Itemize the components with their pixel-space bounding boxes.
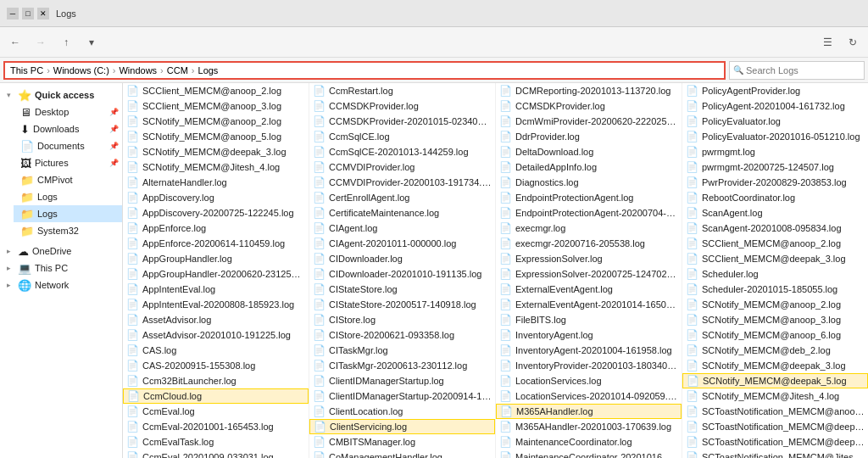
file-item[interactable]: 📄CIStateStore-20200517-140918.log xyxy=(309,297,495,312)
file-item[interactable]: 📄ScanAgent.log xyxy=(682,205,868,221)
sidebar-this-pc[interactable]: ▸ 💻 This PC xyxy=(0,260,122,276)
file-item[interactable]: 📄CcmEval-20201001-165453.log xyxy=(123,419,309,434)
file-item[interactable]: 📄SCNotify_MEMCM@anoop_5.log xyxy=(123,129,309,144)
file-item[interactable]: 📄FileBITS.log xyxy=(496,312,682,327)
file-item[interactable]: 📄AppGroupHandler-20200620-231255.log xyxy=(123,266,309,282)
file-item[interactable]: 📄CcmCloud.log xyxy=(123,388,309,404)
file-item[interactable]: 📄ClientIDManagerStartup.log xyxy=(309,373,495,388)
back-button[interactable]: ← xyxy=(3,31,27,54)
address-segment-logs[interactable]: Logs xyxy=(198,65,219,75)
file-item[interactable]: 📄ClientServicing.log xyxy=(309,419,495,434)
file-item[interactable]: 📄M365AHandler-20201003-170639.log xyxy=(496,419,682,434)
file-item[interactable]: 📄CIStore.log xyxy=(309,312,495,327)
file-item[interactable]: 📄execmgr.log xyxy=(496,221,682,236)
file-item[interactable]: 📄AlternateHandler.log xyxy=(123,175,309,190)
file-item[interactable]: 📄PolicyEvaluator-20201016-051210.log xyxy=(682,129,868,144)
file-item[interactable]: 📄SCClient_MEMCM@deepak_3.log xyxy=(682,251,868,266)
file-item[interactable]: 📄SCToastNotification_MEMCM@deepak_5.log xyxy=(682,434,868,450)
file-item[interactable]: 📄InventoryAgent-20201004-161958.log xyxy=(496,343,682,358)
file-item[interactable]: 📄CoManagementHandler.log xyxy=(309,450,495,458)
file-item[interactable]: 📄DeltaDownload.log xyxy=(496,144,682,159)
file-item[interactable]: 📄SCClient_MEMCM@anoop_3.log xyxy=(123,98,309,114)
sidebar-item-pictures[interactable]: 🖼 Pictures 📌 xyxy=(14,154,122,171)
file-item[interactable]: 📄CCMVDIProvider-20200103-191734.log xyxy=(309,175,495,190)
file-item[interactable]: 📄ExpressionSolver.log xyxy=(496,251,682,266)
file-list-scroll[interactable]: 📄SCClient_MEMCM@anoop_2.log📄SCClient_MEM… xyxy=(123,83,868,458)
sidebar-onedrive[interactable]: ▸ ☁ OneDrive xyxy=(0,243,122,260)
sidebar-item-logs2[interactable]: 📁 Logs xyxy=(14,205,122,222)
file-item[interactable]: 📄PwrProvider-20200829-203853.log xyxy=(682,175,868,190)
file-item[interactable]: 📄ClientIDManagerStartup-20200914-101506.… xyxy=(309,388,495,404)
sidebar-item-downloads[interactable]: ⬇ Downloads 📌 xyxy=(14,120,122,137)
file-item[interactable]: 📄AssetAdvisor.log xyxy=(123,312,309,327)
sidebar-item-documents[interactable]: 📄 Documents 📌 xyxy=(14,137,122,154)
file-item[interactable]: 📄CAS.log xyxy=(123,343,309,358)
file-item[interactable]: 📄CcmEval.log xyxy=(123,404,309,419)
file-item[interactable]: 📄CCMSDKProvider.log xyxy=(496,98,682,114)
refresh-button[interactable]: ↻ xyxy=(841,31,865,54)
file-item[interactable]: 📄CcmSqlCE-20201013-144259.log xyxy=(309,144,495,159)
file-item[interactable]: 📄execmgr-20200716-205538.log xyxy=(496,236,682,251)
file-item[interactable]: 📄CITaskMgr-20200613-230112.log xyxy=(309,358,495,373)
file-item[interactable]: 📄CIDownloader.log xyxy=(309,251,495,266)
file-item[interactable]: 📄ClientLocation.log xyxy=(309,404,495,419)
file-item[interactable]: 📄EndpointProtectionAgent.log xyxy=(496,190,682,205)
file-item[interactable]: 📄AppEnforce-20200614-110459.log xyxy=(123,236,309,251)
file-item[interactable]: 📄CertEnrollAgent.log xyxy=(309,190,495,205)
search-input[interactable] xyxy=(746,65,860,75)
file-item[interactable]: 📄CcmSqlCE.log xyxy=(309,129,495,144)
file-item[interactable]: 📄SCToastNotification_MEMCM@anoop_2.log xyxy=(682,404,868,419)
file-item[interactable]: 📄PolicyAgent-20201004-161732.log xyxy=(682,98,868,114)
file-item[interactable]: 📄AppIntentEval-20200808-185923.log xyxy=(123,297,309,312)
address-segment-c[interactable]: Windows (C:) xyxy=(53,65,109,75)
file-item[interactable]: 📄pwrmgmt.log xyxy=(682,144,868,159)
file-item[interactable]: 📄CIDownloader-20201010-191135.log xyxy=(309,266,495,282)
file-item[interactable]: 📄DetailedAppInfo.log xyxy=(496,159,682,175)
file-item[interactable]: 📄CITaskMgr.log xyxy=(309,343,495,358)
file-item[interactable]: 📄SCNotify_MEMCM@deepak_5.log xyxy=(682,373,868,388)
file-item[interactable]: 📄LocationServices-20201014-092059.log xyxy=(496,388,682,404)
file-item[interactable]: 📄AppIntentEval.log xyxy=(123,282,309,297)
file-item[interactable]: 📄ExternalEventAgent.log xyxy=(496,282,682,297)
recent-button[interactable]: ▾ xyxy=(80,31,103,54)
file-item[interactable]: 📄CcmRestart.log xyxy=(309,83,495,98)
file-item[interactable]: 📄PolicyAgentProvider.log xyxy=(682,83,868,98)
minimize-button[interactable]: ─ xyxy=(7,8,19,20)
file-item[interactable]: 📄MaintenanceCoordinator-20201016-061254.… xyxy=(496,450,682,458)
sidebar-item-cmpivot[interactable]: 📁 CMPivot xyxy=(14,171,122,188)
file-item[interactable]: 📄pwrmgmt-20200725-124507.log xyxy=(682,159,868,175)
file-item[interactable]: 📄CIAgent-20201011-000000.log xyxy=(309,236,495,251)
file-item[interactable]: 📄CAS-20200915-155308.log xyxy=(123,358,309,373)
file-item[interactable]: 📄PolicyEvaluator.log xyxy=(682,114,868,129)
file-item[interactable]: 📄ExpressionSolver-20200725-124702.log xyxy=(496,266,682,282)
file-item[interactable]: 📄CcmEval-20201009-033031.log xyxy=(123,450,309,458)
file-item[interactable]: 📄CertificateMaintenance.log xyxy=(309,205,495,221)
file-item[interactable]: 📄InventoryAgent.log xyxy=(496,327,682,343)
file-item[interactable]: 📄EndpointProtectionAgent-20200704-161328… xyxy=(496,205,682,221)
view-options-button[interactable]: ☰ xyxy=(815,31,839,54)
file-item[interactable]: 📄AppDiscovery.log xyxy=(123,190,309,205)
sidebar-item-logs1[interactable]: 📁 Logs xyxy=(14,188,122,205)
up-button[interactable]: ↑ xyxy=(54,31,78,54)
file-item[interactable]: 📄SCNotify_MEMCM@anoop_6.log xyxy=(682,327,868,343)
file-item[interactable]: 📄SCNotify_MEMCM@anoop_2.log xyxy=(682,297,868,312)
file-item[interactable]: 📄SCClient_MEMCM@anoop_2.log xyxy=(682,236,868,251)
file-item[interactable]: 📄SCNotify_MEMCM@deb_2.log xyxy=(682,343,868,358)
file-item[interactable]: 📄CIStateStore.log xyxy=(309,282,495,297)
file-item[interactable]: 📄LocationServices.log xyxy=(496,373,682,388)
file-item[interactable]: 📄MaintenanceCoordinator.log xyxy=(496,434,682,450)
file-item[interactable]: 📄CcmEvalTask.log xyxy=(123,434,309,450)
file-item[interactable]: 📄SCClient_MEMCM@anoop_2.log xyxy=(123,83,309,98)
file-item[interactable]: 📄CCMSDKProvider-20201015-023406.log xyxy=(309,114,495,129)
file-item[interactable]: 📄M365AHandler.log xyxy=(496,404,682,419)
file-item[interactable]: 📄CMBITSManager.log xyxy=(309,434,495,450)
file-item[interactable]: 📄CCMSDKProvider.log xyxy=(309,98,495,114)
file-item[interactable]: 📄Scheduler.log xyxy=(682,266,868,282)
close-button[interactable]: ✕ xyxy=(37,8,49,20)
sidebar-item-system32[interactable]: 📁 System32 xyxy=(14,222,122,239)
file-item[interactable]: 📄CIStore-20200621-093358.log xyxy=(309,327,495,343)
file-item[interactable]: 📄SCToastNotification_MEMCM@deepak_3.log xyxy=(682,419,868,434)
file-item[interactable]: 📄DCMReporting-20201013-113720.log xyxy=(496,83,682,98)
file-item[interactable]: 📄SCNotify_MEMCM@anoop_3.log xyxy=(682,312,868,327)
address-segment-thispc[interactable]: This PC xyxy=(10,65,43,75)
